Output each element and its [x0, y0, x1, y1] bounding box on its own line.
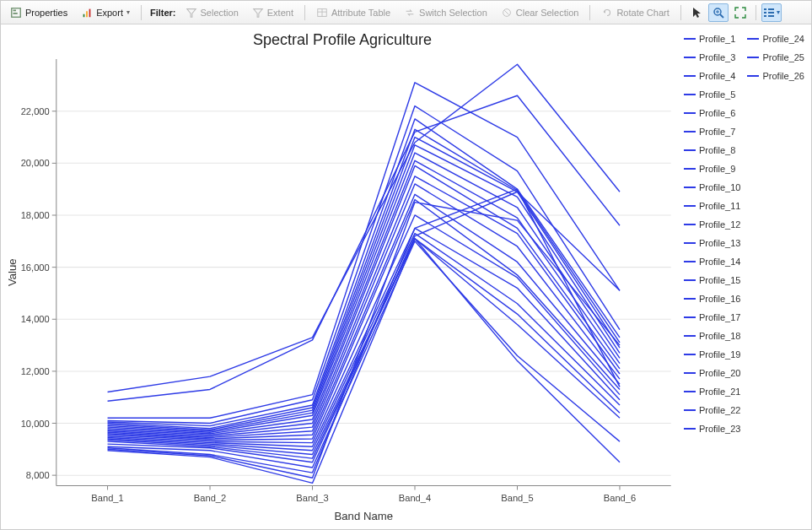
legend-item[interactable]: Profile_24 — [747, 31, 804, 46]
legend-item[interactable]: Profile_14 — [684, 254, 741, 269]
legend-toggle-button[interactable]: ▾ — [761, 3, 782, 22]
legend-label: Profile_11 — [699, 201, 741, 211]
legend-label: Profile_5 — [699, 89, 735, 100]
legend-item[interactable]: Profile_8 — [684, 143, 741, 158]
clear-selection-button[interactable]: Clear Selection — [495, 4, 585, 21]
series-line[interactable] — [108, 184, 620, 437]
legend-col-2: Profile_24Profile_25Profile_26 — [747, 31, 804, 522]
filter-extent-label: Extent — [267, 8, 293, 18]
svg-line-16 — [720, 14, 723, 18]
legend-swatch — [684, 168, 696, 170]
legend-item[interactable]: Profile_25 — [747, 50, 804, 65]
legend-swatch — [684, 316, 696, 318]
legend-swatch — [684, 75, 696, 77]
properties-button[interactable]: Properties — [4, 4, 73, 21]
legend-label: Profile_17 — [699, 312, 741, 322]
legend-swatch — [684, 149, 696, 151]
switch-selection-button[interactable]: Switch Selection — [398, 4, 493, 21]
legend-item[interactable]: Profile_19 — [684, 347, 741, 362]
legend-label: Profile_20 — [699, 368, 741, 378]
svg-text:Band_3: Band_3 — [296, 493, 328, 503]
legend-label: Profile_19 — [699, 349, 741, 360]
pointer-icon — [690, 6, 703, 19]
pointer-tool-button[interactable] — [686, 3, 707, 22]
legend-label: Profile_6 — [699, 108, 735, 118]
series-line[interactable] — [108, 145, 620, 431]
legend-item[interactable]: Profile_4 — [684, 68, 741, 84]
zoom-tool-button[interactable] — [708, 3, 729, 22]
legend-swatch — [684, 261, 696, 262]
properties-label: Properties — [25, 8, 67, 18]
legend-swatch — [684, 112, 696, 114]
legend-item[interactable]: Profile_9 — [684, 161, 741, 176]
series-line[interactable] — [108, 83, 620, 419]
legend-item[interactable]: Profile_20 — [684, 365, 741, 381]
legend-swatch — [747, 75, 759, 77]
filter-selection-button[interactable]: Selection — [180, 4, 245, 21]
legend-label: Profile_10 — [699, 182, 741, 192]
svg-text:Band Name: Band Name — [335, 510, 393, 522]
svg-text:Band_2: Band_2 — [194, 493, 226, 503]
legend-item[interactable]: Profile_1 — [684, 31, 741, 46]
legend-item[interactable]: Profile_22 — [684, 403, 741, 418]
legend-col-1: Profile_1Profile_3Profile_4Profile_5Prof… — [684, 31, 741, 522]
legend-label: Profile_14 — [699, 257, 741, 267]
svg-text:Band_5: Band_5 — [501, 493, 533, 503]
legend-item[interactable]: Profile_26 — [747, 68, 804, 84]
legend-item[interactable]: Profile_3 — [684, 50, 741, 65]
filter-selection-label: Selection — [201, 8, 239, 18]
legend-label: Profile_23 — [699, 424, 741, 434]
legend-item[interactable]: Profile_6 — [684, 105, 741, 121]
legend-item[interactable]: Profile_18 — [684, 328, 741, 343]
legend-swatch — [747, 38, 759, 40]
series-line[interactable] — [108, 192, 620, 462]
svg-marker-14 — [693, 8, 701, 18]
svg-text:12,000: 12,000 — [21, 366, 50, 376]
legend-item[interactable]: Profile_12 — [684, 217, 741, 232]
legend-swatch — [684, 94, 696, 95]
legend-item[interactable]: Profile_13 — [684, 235, 741, 251]
legend-swatch — [684, 187, 696, 188]
properties-icon — [10, 7, 22, 19]
legend-label: Profile_1 — [699, 34, 735, 44]
legend-item[interactable]: Profile_10 — [684, 180, 741, 195]
dropdown-caret-icon: ▾ — [777, 8, 780, 16]
export-icon — [81, 7, 93, 19]
switch-icon — [404, 7, 416, 19]
svg-marker-7 — [254, 8, 263, 17]
legend-label: Profile_7 — [699, 127, 735, 137]
svg-text:20,000: 20,000 — [21, 158, 50, 168]
legend-item[interactable]: Profile_17 — [684, 310, 741, 325]
legend-item[interactable]: Profile_5 — [684, 87, 741, 102]
legend-item[interactable]: Profile_11 — [684, 198, 741, 214]
full-extent-button[interactable] — [730, 3, 750, 22]
legend-label: Profile_13 — [699, 238, 741, 248]
svg-text:10,000: 10,000 — [21, 419, 50, 429]
legend-item[interactable]: Profile_7 — [684, 124, 741, 139]
export-label: Export — [96, 8, 123, 18]
filter-extent-button[interactable]: Extent — [246, 4, 299, 21]
legend-item[interactable]: Profile_16 — [684, 291, 741, 306]
legend-swatch — [684, 354, 696, 355]
svg-text:18,000: 18,000 — [21, 210, 50, 220]
svg-line-12 — [504, 10, 508, 14]
zoom-icon — [712, 6, 725, 19]
svg-marker-6 — [186, 8, 196, 17]
svg-rect-23 — [764, 15, 766, 17]
legend-item[interactable]: Profile_23 — [684, 421, 741, 436]
separator — [304, 5, 305, 20]
attribute-table-button[interactable]: Attribute Table — [310, 4, 396, 21]
export-button[interactable]: Export ▾ — [75, 4, 136, 21]
clear-selection-label: Clear Selection — [516, 8, 579, 18]
rotate-icon — [601, 7, 613, 19]
svg-text:22,000: 22,000 — [21, 106, 50, 116]
rotate-chart-button[interactable]: Rotate Chart — [595, 4, 675, 21]
legend-item[interactable]: Profile_15 — [684, 273, 741, 288]
chart-svg[interactable]: 8,00010,00012,00014,00016,00018,00020,00… — [1, 51, 684, 528]
legend-label: Profile_8 — [699, 145, 735, 155]
series-line[interactable] — [108, 106, 620, 424]
legend-item[interactable]: Profile_21 — [684, 384, 741, 399]
legend-swatch — [684, 242, 696, 244]
legend-swatch — [684, 428, 696, 430]
legend-swatch — [747, 57, 759, 58]
